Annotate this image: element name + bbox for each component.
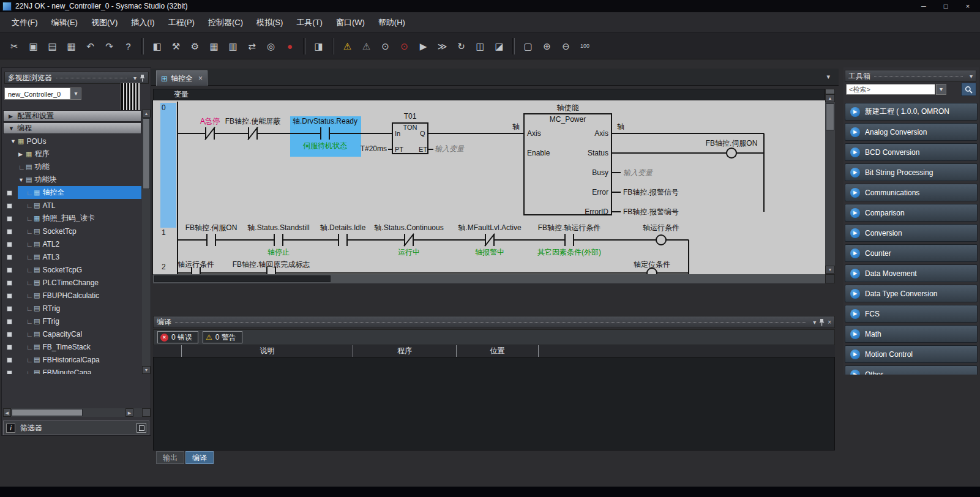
close-icon[interactable]: × <box>828 319 831 326</box>
undo-icon[interactable]: ↶ <box>81 38 100 54</box>
maximize-button[interactable]: □ <box>935 1 957 12</box>
monitor-icon[interactable]: ⊙ <box>376 38 395 54</box>
menu-item[interactable]: 视图(V) <box>84 17 124 28</box>
abort-icon[interactable]: ● <box>280 38 299 54</box>
copy-icon[interactable]: ▣ <box>24 38 43 54</box>
toolbox-category[interactable]: ▶FCS <box>845 305 978 323</box>
watch-window-icon[interactable]: ◫ <box>471 38 490 54</box>
contact-variable-label[interactable]: FB轴控.轴运行条件 <box>538 224 601 232</box>
contact-nc[interactable] <box>205 127 215 140</box>
contact-no[interactable] <box>338 234 348 246</box>
toolbox-category[interactable]: ▶Comparison <box>845 204 978 222</box>
contact-variable-label[interactable]: FB轴控.使能屏蔽 <box>225 118 281 125</box>
scroll-right-button[interactable]: ▶ <box>125 408 133 417</box>
build-icon[interactable]: ⚒ <box>166 38 185 54</box>
contact-comment[interactable]: 轴停止 <box>245 248 312 256</box>
zoom-100-icon[interactable]: 100 <box>575 38 594 54</box>
scroll-left-button[interactable]: ◀ <box>3 408 11 417</box>
ladder-editor[interactable]: 0A急停FB轴控.使能屏蔽轴.DrvStatus.Ready伺服待机状态T01T… <box>153 100 825 274</box>
help-icon[interactable]: ? <box>119 38 138 54</box>
tree-item[interactable]: ∟▤FB_TimeStack <box>3 340 141 353</box>
reset-icon[interactable]: ↻ <box>452 38 471 54</box>
chevron-down-icon[interactable]: ▾ <box>133 75 137 81</box>
rung-number[interactable]: 2 <box>162 263 166 271</box>
watch-window-2-icon[interactable]: ◪ <box>490 38 509 54</box>
menu-item[interactable]: 插入(I) <box>124 17 161 28</box>
rung-number[interactable]: 1 <box>162 229 166 237</box>
menu-item[interactable]: 帮助(H) <box>372 17 412 28</box>
close-button[interactable]: × <box>957 1 979 12</box>
menu-item[interactable]: 窗口(W) <box>329 17 372 28</box>
toolbox-category[interactable]: ▶Math <box>845 325 978 343</box>
scrollbar-thumb[interactable] <box>143 118 150 189</box>
contact-variable-label[interactable]: 轴.DrvStatus.Ready <box>293 118 357 125</box>
pin-icon[interactable] <box>819 318 825 326</box>
zoom-out-icon[interactable]: ⊖ <box>556 38 575 54</box>
editor-scrollbar-vertical[interactable]: ▲ ▼ <box>825 89 835 274</box>
cross-reference-icon[interactable]: ⇄ <box>242 38 261 54</box>
contact-variable-label[interactable]: FB轴控.轴回原完成标志 <box>233 261 310 269</box>
project-window-icon[interactable]: ◧ <box>148 38 166 54</box>
contact-comment[interactable]: 轴报警中 <box>456 248 523 256</box>
coil-variable-label[interactable]: FB轴控.伺服ON <box>706 140 758 148</box>
menu-item[interactable]: 控制器(C) <box>201 17 250 28</box>
scrollbar-thumb[interactable] <box>826 103 834 130</box>
contact-nc[interactable] <box>248 127 258 140</box>
scroll-down-button[interactable]: ▼ <box>142 366 151 374</box>
contact-variable-label[interactable]: A急停 <box>200 118 220 125</box>
tree-item[interactable]: ∟▤ATL3 <box>3 250 141 263</box>
splitter-handle[interactable] <box>825 89 835 94</box>
tab-build[interactable]: 编译 <box>185 451 214 464</box>
contact-no[interactable] <box>274 234 283 246</box>
search-button[interactable] <box>961 83 976 96</box>
contact-variable-label[interactable]: 轴.Details.Idle <box>320 224 366 232</box>
filter-settings-button[interactable] <box>137 423 146 433</box>
scroll-up-button[interactable]: ▲ <box>142 110 151 118</box>
contact-comment[interactable]: 运行中 <box>375 248 443 256</box>
online-warning-icon[interactable]: ⚠ <box>338 38 357 54</box>
column-location[interactable]: 位置 <box>456 345 539 357</box>
timer-preset-value[interactable]: T#20ms <box>344 145 387 153</box>
cut-icon[interactable]: ✂ <box>5 38 24 54</box>
tree-item[interactable]: ▼▤功能块 <box>3 173 141 186</box>
menu-item[interactable]: 模拟(S) <box>250 17 290 28</box>
error-count-badge[interactable]: × 0 错误 <box>157 331 198 343</box>
toolbox-category[interactable]: ▶Motion Control <box>845 345 978 363</box>
toolbox-search-input[interactable] <box>846 84 935 95</box>
contact-variable-label[interactable]: 轴运行条件 <box>178 261 214 269</box>
toolbox-category[interactable]: ▶Communications <box>845 184 978 201</box>
contact-no[interactable] <box>564 234 574 246</box>
rung-selection-margin[interactable] <box>160 103 176 228</box>
scroll-up-button[interactable]: ▲ <box>825 94 835 102</box>
contact-variable-label[interactable]: 轴.MFaultLvl.Active <box>458 224 521 232</box>
tree-item[interactable]: ∟▤PLCTimeChange <box>3 276 141 289</box>
controller-select[interactable]: new_Controller_0 <box>4 88 70 100</box>
tree-scrollbar-vertical[interactable]: ▲ ▼ <box>142 110 151 374</box>
tree-item[interactable]: ▶▦程序 <box>3 148 141 160</box>
tab-list-dropdown-icon[interactable]: ▾ <box>826 73 830 81</box>
search-icon[interactable]: ◎ <box>261 38 280 54</box>
tree-item[interactable]: ∟▤RTrig <box>3 302 141 315</box>
toolbox-category[interactable]: ▶Data Movement <box>845 264 978 282</box>
rebuild-icon[interactable]: ⚙ <box>185 38 204 54</box>
variables-bar[interactable]: 变量 <box>153 89 825 100</box>
scroll-down-button[interactable]: ▼ <box>825 266 835 274</box>
contact-nc[interactable] <box>404 234 414 246</box>
toolbox-category[interactable]: ▶BCD Conversion <box>845 143 978 161</box>
fb-pin-variable[interactable]: 输入变量 <box>623 169 653 177</box>
toolbox-category[interactable]: ▶Conversion <box>845 224 978 242</box>
tab-output[interactable]: 输出 <box>156 451 184 464</box>
coil-variable-label[interactable]: 轴运行条件 <box>643 224 679 232</box>
menu-item[interactable]: 工具(T) <box>290 17 329 28</box>
menu-item[interactable]: 编辑(E) <box>45 17 84 28</box>
search-dropdown-icon[interactable]: ▾ <box>936 84 946 95</box>
run-icon[interactable]: ▶ <box>414 38 433 54</box>
tab-axis-control[interactable]: ⊞ 轴控全 × <box>156 70 208 86</box>
column-program[interactable]: 程序 <box>353 345 456 357</box>
tree-group[interactable]: ▶配置和设置 <box>3 110 141 122</box>
pin-icon[interactable] <box>140 74 145 82</box>
minimize-button[interactable]: ─ <box>913 1 935 12</box>
toolbox-category[interactable]: ▶Bit String Processing <box>845 163 978 181</box>
tree-item[interactable]: ∟▤FBHistoricalCapa <box>3 353 141 366</box>
tree-item[interactable]: ∟▤CapacityCal <box>3 327 141 340</box>
